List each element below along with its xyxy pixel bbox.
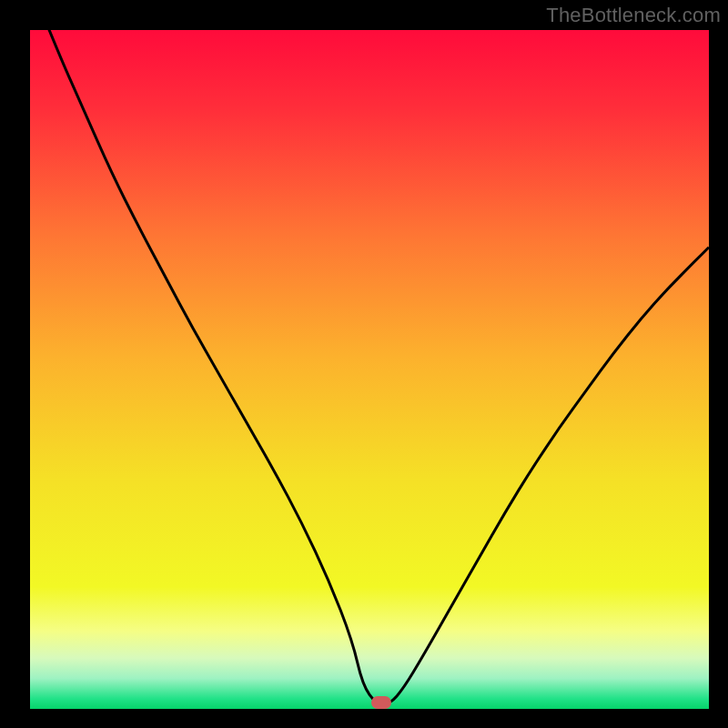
plot-area [30, 30, 709, 709]
watermark-text: TheBottleneck.com [546, 4, 721, 27]
chart-frame: TheBottleneck.com [0, 0, 728, 728]
optimum-marker [371, 696, 391, 709]
bottleneck-curve [30, 30, 709, 709]
